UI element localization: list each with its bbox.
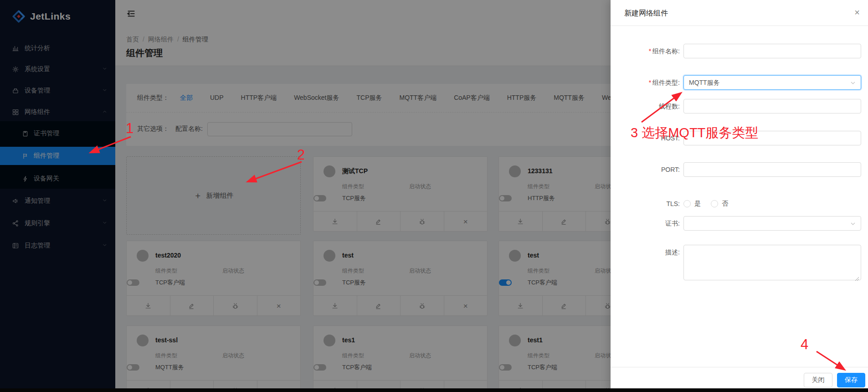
certificate-select[interactable] (683, 216, 861, 231)
field-label: PORT: (611, 162, 680, 177)
save-button[interactable]: 保存 (837, 373, 865, 387)
组件名称-input[interactable] (683, 44, 861, 58)
drawer-mask[interactable] (0, 0, 611, 392)
drawer-header: 新建网络组件 × (611, 0, 868, 26)
close-icon[interactable]: × (854, 7, 860, 17)
bottom-black-bar (0, 388, 868, 392)
required-mark: * (649, 47, 651, 55)
field-label: HOST: (611, 131, 680, 145)
tls-radio-1[interactable]: 否 (711, 200, 728, 208)
field-label: *组件类型: (611, 75, 680, 90)
description-textarea[interactable] (683, 245, 861, 280)
chevron-down-icon (850, 221, 856, 227)
create-component-drawer: 新建网络组件 × *组件名称:*组件类型:MQTT服务线程数:HOST:PORT… (611, 0, 868, 392)
field-label: 线程数: (611, 99, 680, 113)
tls-radio-group: 是否 (683, 196, 728, 211)
jetlinks-app: JetLinks 统计分析系统设置设备管理网络组件证书管理组件管理设备网关通知管… (0, 0, 868, 392)
radio-icon (683, 200, 691, 207)
radio-icon (711, 200, 718, 207)
required-mark: * (649, 79, 651, 86)
select-value: MQTT服务 (689, 79, 720, 86)
线程数-input[interactable] (683, 99, 861, 113)
field-label: TLS: (611, 196, 680, 211)
tls-radio-0[interactable]: 是 (683, 200, 701, 208)
close-button[interactable]: 关闭 (804, 373, 832, 387)
PORT-input[interactable] (683, 162, 861, 177)
field-label: *组件名称: (611, 44, 680, 58)
HOST-input[interactable] (683, 131, 861, 145)
field-label: 证书: (611, 216, 680, 231)
chevron-down-icon (850, 80, 856, 86)
component-type-select[interactable]: MQTT服务 (683, 75, 861, 90)
field-label: 描述: (611, 245, 680, 259)
drawer-title: 新建网络组件 (624, 9, 668, 18)
